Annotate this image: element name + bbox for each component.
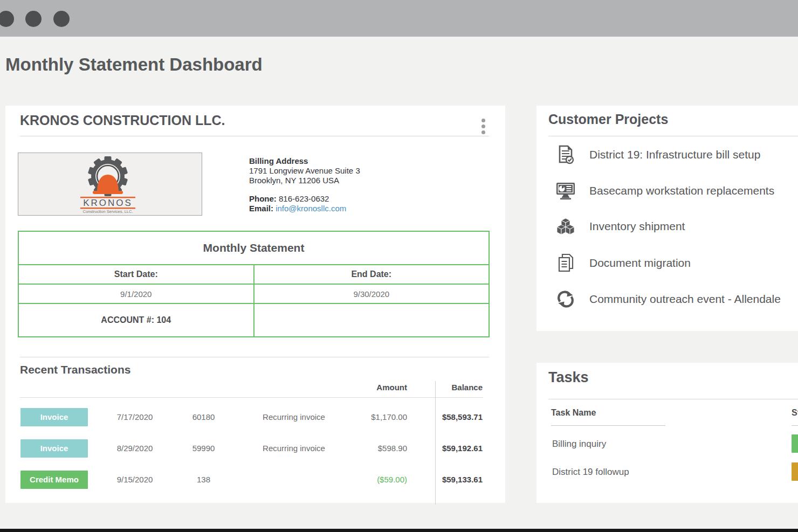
transaction-doc-number: 60180 xyxy=(183,408,224,426)
task-name-column-header: Task Name xyxy=(551,408,596,418)
billing-heading: Billing Address xyxy=(249,156,360,166)
logo-subtitle: Construction Services, LLC. xyxy=(83,209,133,214)
project-label: District 19: Infrastructure bill setup xyxy=(589,148,760,161)
statement-card: KRONOS CONSTRUCTION LLC. xyxy=(5,106,505,503)
status-column-header: Status xyxy=(792,408,798,418)
task-row-name: District 19 followup xyxy=(552,467,629,478)
cubes-icon xyxy=(556,216,575,237)
company-name: KRONOS CONSTRUCTION LLC. xyxy=(20,113,225,128)
billing-address-line2: Brooklyn, NY 11206 USA xyxy=(249,176,360,185)
amount-column-header: Amount xyxy=(310,381,407,394)
project-label: Basecamp workstation replacements xyxy=(589,184,774,197)
page-title: Monthly Statement Dashboard xyxy=(5,54,263,75)
status-underline xyxy=(792,425,798,426)
section-divider xyxy=(20,357,489,357)
transaction-row: Invoice 8/29/2020 59990 Recurring invoic… xyxy=(5,439,505,458)
transaction-type-badge: Invoice xyxy=(20,408,88,426)
kronos-logo-graphic: KRONOS Construction Services, LLC. xyxy=(18,153,202,215)
transaction-date: 7/17/2020 xyxy=(86,408,183,426)
tasks-card: Tasks Task Name Status Billing inquiry D… xyxy=(536,363,798,503)
transaction-balance: $59,192.61 xyxy=(418,439,483,458)
balance-column-header: Balance xyxy=(418,381,483,394)
transaction-date: 9/15/2020 xyxy=(86,471,183,489)
monitor-chart-icon xyxy=(556,181,575,201)
transactions-heading: Recent Transactions xyxy=(20,363,130,376)
logo-wordmark: KRONOS xyxy=(83,198,133,208)
statement-title: Monthly Statement xyxy=(18,231,489,265)
start-date-value: 9/1/2020 xyxy=(18,284,254,303)
window-control-dot[interactable] xyxy=(53,11,70,27)
transaction-type-badge: Credit Memo xyxy=(20,471,88,489)
start-date-label: Start Date: xyxy=(18,265,254,284)
transactions-header-divider xyxy=(20,397,483,398)
bottom-bar xyxy=(0,529,798,532)
monthly-statement-dashboard: Monthly Statement Dashboard KRONOS CONST… xyxy=(0,0,798,532)
end-date-value: 9/30/2020 xyxy=(254,284,490,303)
task-name-underline xyxy=(551,425,665,426)
open-balance-cell: OPEN BALANCE: $60,364.97 xyxy=(254,303,490,337)
transaction-amount: $598.90 xyxy=(310,439,407,458)
window-titlebar xyxy=(0,0,798,37)
company-logo: KRONOS Construction Services, LLC. xyxy=(18,153,202,216)
billing-email: Email: info@kronosllc.com xyxy=(249,204,360,213)
email-link[interactable]: info@kronosllc.com xyxy=(276,204,346,213)
more-options-icon[interactable] xyxy=(478,116,489,135)
project-label: Inventory shipment xyxy=(589,220,685,233)
transaction-date: 8/29/2020 xyxy=(86,439,183,458)
task-row-name: Billing inquiry xyxy=(552,439,606,450)
transaction-doc-number: 59990 xyxy=(183,439,224,458)
projects-divider xyxy=(548,136,798,136)
documents-icon xyxy=(556,253,575,273)
transaction-amount: ($59.00) xyxy=(310,471,407,489)
billing-address-line1: 1791 Longview Avenue Suite 3 xyxy=(249,166,360,176)
project-item[interactable]: Document migration xyxy=(556,251,798,275)
task-status-badge xyxy=(792,434,798,453)
window-control-dot[interactable] xyxy=(0,11,14,27)
project-item[interactable]: Inventory shipment xyxy=(556,214,798,239)
open-balance-label: OPEN BALANCE: xyxy=(255,309,489,318)
task-status-badge xyxy=(792,462,798,481)
transaction-balance: $58,593.71 xyxy=(418,408,483,426)
open-balance-value: $60,364.97 xyxy=(255,321,489,331)
project-item[interactable]: Community outreach event - Allendale xyxy=(556,287,798,312)
project-item[interactable]: District 19: Infrastructure bill setup xyxy=(556,142,798,167)
transaction-row: Invoice 7/17/2020 60180 Recurring invoic… xyxy=(5,408,505,426)
transaction-row: Credit Memo 9/15/2020 138 ($59.00) $59,1… xyxy=(5,471,505,489)
project-label: Document migration xyxy=(589,257,691,270)
projects-heading: Customer Projects xyxy=(548,112,668,127)
transaction-amount: $1,170.00 xyxy=(310,408,407,426)
tasks-heading: Tasks xyxy=(548,369,589,386)
window-control-dot[interactable] xyxy=(25,11,42,27)
sync-icon xyxy=(556,289,575,309)
account-number: ACCOUNT #: 104 xyxy=(18,303,254,337)
document-check-icon xyxy=(556,144,575,165)
header-divider xyxy=(20,136,489,136)
billing-phone: Phone: 816-623-0632 xyxy=(249,194,360,204)
billing-address-block: Billing Address 1791 Longview Avenue Sui… xyxy=(249,156,360,213)
transaction-type-badge: Invoice xyxy=(20,439,88,458)
transaction-doc-number: 138 xyxy=(183,471,224,489)
project-item[interactable]: Basecamp workstation replacements xyxy=(556,178,798,203)
transaction-balance: $59,133.61 xyxy=(418,471,483,489)
monthly-statement-table: Monthly Statement Start Date: End Date: … xyxy=(18,231,490,337)
tasks-divider xyxy=(548,399,798,399)
project-label: Community outreach event - Allendale xyxy=(589,293,781,306)
end-date-label: End Date: xyxy=(254,265,490,284)
customer-projects-card: Customer Projects District 19: Infrastru… xyxy=(536,106,798,331)
